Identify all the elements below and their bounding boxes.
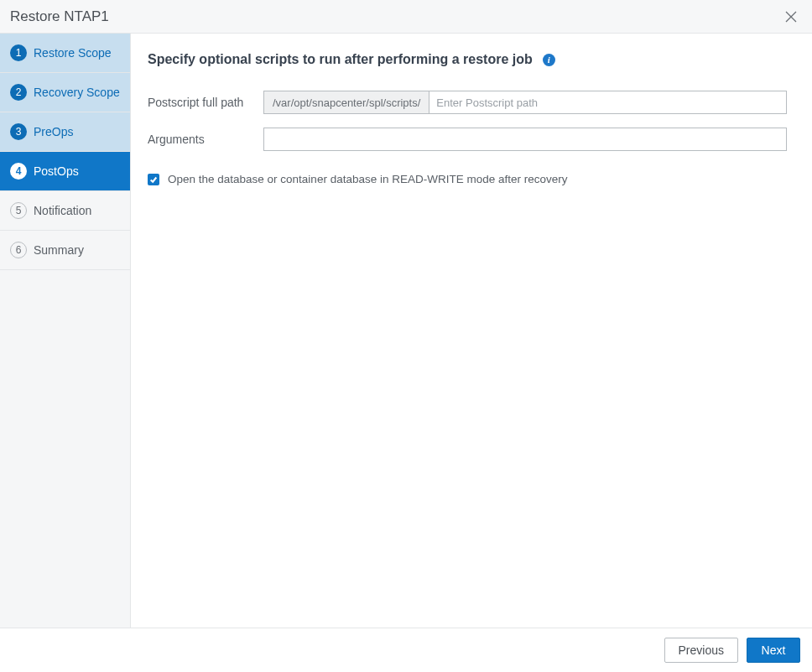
step-postops[interactable]: 4 PostOps — [0, 152, 130, 191]
step-preops[interactable]: 3 PreOps — [0, 112, 130, 152]
dialog-title: Restore NTAP1 — [10, 8, 109, 25]
page-heading: Specify optional scripts to run after pe… — [148, 52, 533, 67]
step-number: 1 — [10, 44, 27, 61]
previous-button[interactable]: Previous — [664, 638, 738, 663]
next-button[interactable]: Next — [747, 638, 800, 663]
step-recovery-scope[interactable]: 2 Recovery Scope — [0, 73, 130, 112]
readwrite-checkbox[interactable] — [148, 174, 159, 185]
step-number: 3 — [10, 123, 27, 140]
step-summary[interactable]: 6 Summary — [0, 231, 130, 270]
arguments-label: Arguments — [148, 133, 263, 146]
postscript-prefix: /var/opt/snapcenter/spl/scripts/ — [263, 91, 429, 114]
wizard-sidebar: 1 Restore Scope 2 Recovery Scope 3 PreOp… — [0, 34, 131, 628]
readwrite-checkbox-label: Open the database or container database … — [168, 173, 568, 185]
checkmark-icon — [149, 175, 158, 184]
step-label: PostOps — [34, 164, 79, 178]
close-icon — [785, 11, 797, 23]
info-icon[interactable]: i — [543, 54, 555, 66]
step-label: Recovery Scope — [34, 86, 120, 99]
readwrite-checkbox-row: Open the database or container database … — [148, 173, 787, 185]
postscript-path-input[interactable] — [429, 91, 787, 114]
arguments-row: Arguments — [148, 128, 787, 151]
step-label: Restore Scope — [34, 46, 112, 60]
close-button[interactable] — [782, 8, 800, 26]
step-number: 6 — [10, 242, 27, 258]
postscript-label: Postscript full path — [148, 96, 263, 109]
dialog-header: Restore NTAP1 — [0, 0, 812, 34]
step-number: 2 — [10, 84, 27, 101]
arguments-input[interactable] — [263, 128, 787, 151]
step-notification[interactable]: 5 Notification — [0, 191, 130, 231]
main-content: Specify optional scripts to run after pe… — [131, 34, 812, 628]
step-number: 4 — [10, 163, 27, 180]
step-label: Summary — [34, 243, 84, 257]
step-number: 5 — [10, 202, 27, 219]
step-label: Notification — [34, 204, 91, 217]
postscript-row: Postscript full path /var/opt/snapcenter… — [148, 91, 787, 114]
step-restore-scope[interactable]: 1 Restore Scope — [0, 34, 130, 73]
dialog-footer: Previous Next — [0, 628, 812, 672]
step-label: PreOps — [34, 125, 73, 138]
